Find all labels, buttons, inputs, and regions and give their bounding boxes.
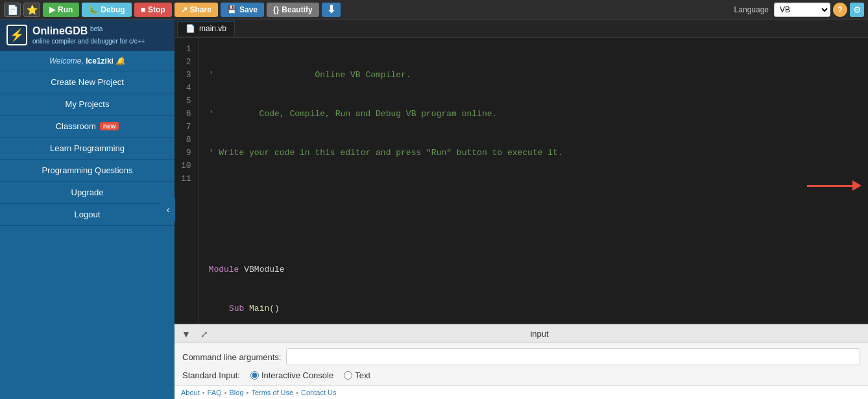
stdin-label: Standard Input: bbox=[182, 370, 240, 380]
sidebar-toggle-button[interactable]: ‹ bbox=[161, 197, 175, 223]
footer-faq[interactable]: FAQ bbox=[208, 389, 222, 396]
language-select[interactable]: VB C C++ Java Python C# JavaScript bbox=[774, 3, 830, 17]
toolbar: 📄 ⭐ ▶ Run 🐛 Debug ■ Stop ↗ Share 💾 Save … bbox=[0, 0, 868, 19]
code-editor[interactable]: 12345 678910 11 ' Online VB Compiler. ' … bbox=[175, 38, 868, 324]
arrow-annotation bbox=[807, 180, 862, 191]
debug-icon: 🐛 bbox=[88, 5, 98, 14]
save-icon: 💾 bbox=[227, 5, 237, 14]
panel-title: input bbox=[216, 329, 863, 339]
new-badge: new bbox=[100, 122, 119, 130]
stop-icon: ■ bbox=[141, 5, 145, 14]
debug-button[interactable]: 🐛 Debug bbox=[82, 3, 131, 17]
run-icon: ▶ bbox=[49, 5, 55, 14]
sidebar-item-classroom[interactable]: Classroom new bbox=[0, 115, 175, 138]
beautify-button[interactable]: {} Beautify bbox=[267, 3, 319, 17]
stop-button[interactable]: ■ Stop bbox=[134, 3, 172, 17]
sidebar-item-create-project[interactable]: Create New Project bbox=[0, 71, 175, 93]
run-button[interactable]: ▶ Run bbox=[43, 3, 79, 17]
stdin-row: Standard Input: Interactive Console Text bbox=[182, 370, 860, 380]
sidebar-item-upgrade[interactable]: Upgrade bbox=[0, 182, 175, 204]
file-icon: 📄 bbox=[186, 24, 195, 33]
line-numbers: 12345 678910 11 bbox=[175, 38, 199, 324]
arrow-head bbox=[852, 180, 862, 191]
code-content[interactable]: ' Online VB Compiler. ' Code, Compile, R… bbox=[199, 38, 868, 324]
app-subtitle: online compiler and debugger for c/c++ bbox=[32, 38, 145, 45]
share-button[interactable]: ↗ Share bbox=[175, 3, 218, 17]
language-label: Language bbox=[734, 5, 769, 14]
footer-blog[interactable]: Blog bbox=[229, 389, 243, 396]
radio-text-input[interactable] bbox=[344, 371, 352, 380]
radio-text-option[interactable]: Text bbox=[344, 370, 370, 380]
sidebar-welcome: Welcome, Ice1ziki 🔔 bbox=[0, 51, 175, 71]
app-name: OnlineGDB beta bbox=[32, 25, 145, 37]
cmd-args-input[interactable] bbox=[286, 348, 860, 365]
share-icon: ↗ bbox=[181, 5, 187, 14]
bottom-panel-header: ▼ ⤢ input bbox=[175, 325, 868, 343]
logo-icon: ⚡ bbox=[6, 25, 27, 45]
settings-button[interactable]: ⚙ bbox=[850, 3, 864, 17]
editor-area: 📄 main.vb 12345 678910 11 ' Online VB Co… bbox=[175, 19, 868, 399]
sidebar-header: ⚡ OnlineGDB beta online compiler and deb… bbox=[0, 19, 175, 51]
footer-contact[interactable]: Contact Us bbox=[301, 389, 336, 396]
open-file-button[interactable]: ⭐ bbox=[23, 3, 40, 17]
sidebar-item-learn[interactable]: Learn Programming bbox=[0, 138, 175, 160]
cmd-args-row: Command line arguments: bbox=[182, 348, 860, 365]
footer-about[interactable]: About bbox=[181, 389, 200, 396]
panel-expand-button[interactable]: ⤢ bbox=[198, 328, 211, 341]
sidebar-item-questions[interactable]: Programming Questions bbox=[0, 160, 175, 182]
radio-interactive-input[interactable] bbox=[250, 371, 259, 380]
save-button[interactable]: 💾 Save bbox=[221, 3, 264, 17]
sidebar-nav: Create New Project My Projects Classroom… bbox=[0, 71, 175, 226]
download-button[interactable]: ⬇ bbox=[322, 3, 341, 17]
file-tab-main[interactable]: 📄 main.vb bbox=[177, 21, 235, 36]
sidebar-item-my-projects[interactable]: My Projects bbox=[0, 93, 175, 115]
arrow-shaft bbox=[807, 185, 852, 187]
new-file-button[interactable]: 📄 bbox=[4, 3, 21, 17]
help-button[interactable]: ? bbox=[833, 3, 847, 17]
beautify-icon: {} bbox=[273, 5, 279, 14]
bell-icon: 🔔 bbox=[115, 56, 125, 66]
footer-terms[interactable]: Terms of Use bbox=[251, 389, 293, 396]
bottom-panel: ▼ ⤢ input Command line arguments: Standa… bbox=[175, 324, 868, 385]
cmd-args-label: Command line arguments: bbox=[182, 352, 281, 362]
sidebar: ⚡ OnlineGDB beta online compiler and deb… bbox=[0, 19, 175, 399]
page-footer: About • FAQ • Blog • Terms of Use • Cont… bbox=[175, 385, 868, 399]
username: Ice1ziki bbox=[86, 56, 114, 66]
radio-text-label: Text bbox=[355, 370, 370, 380]
file-tabs: 📄 main.vb bbox=[175, 19, 868, 38]
sidebar-item-logout[interactable]: Logout bbox=[0, 204, 175, 226]
radio-interactive-label: Interactive Console bbox=[261, 370, 333, 380]
main-area: ⚡ OnlineGDB beta online compiler and deb… bbox=[0, 19, 868, 399]
radio-interactive-option[interactable]: Interactive Console bbox=[250, 370, 333, 380]
panel-collapse-button[interactable]: ▼ bbox=[180, 328, 193, 341]
bottom-panel-content: Command line arguments: Standard Input: … bbox=[175, 343, 868, 385]
